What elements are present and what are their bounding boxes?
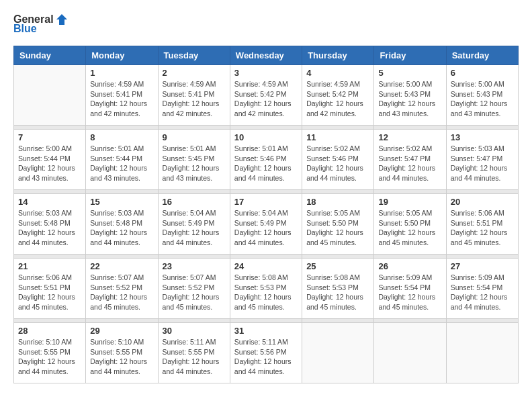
day-info: Sunrise: 5:09 AM Sunset: 5:54 PM Dayligh…	[451, 273, 514, 312]
day-info: Sunrise: 5:05 AM Sunset: 5:50 PM Dayligh…	[378, 208, 441, 248]
day-number: 16	[163, 197, 226, 207]
day-info: Sunrise: 5:06 AM Sunset: 5:51 PM Dayligh…	[18, 273, 81, 312]
calendar-cell: 3Sunrise: 4:59 AM Sunset: 5:42 PM Daylig…	[230, 65, 302, 126]
day-number: 4	[306, 68, 369, 78]
day-info: Sunrise: 5:03 AM Sunset: 5:47 PM Dayligh…	[451, 144, 514, 183]
calendar-week-row: 7Sunrise: 5:00 AM Sunset: 5:44 PM Daylig…	[14, 130, 519, 190]
calendar-cell: 25Sunrise: 5:08 AM Sunset: 5:53 PM Dayli…	[302, 259, 374, 319]
col-header-monday: Monday	[86, 46, 158, 65]
calendar-cell: 1Sunrise: 4:59 AM Sunset: 5:41 PM Daylig…	[86, 65, 158, 126]
day-number: 31	[234, 326, 298, 336]
day-info: Sunrise: 5:11 AM Sunset: 5:56 PM Dayligh…	[234, 337, 298, 377]
col-header-wednesday: Wednesday	[230, 46, 302, 65]
calendar-cell: 29Sunrise: 5:10 AM Sunset: 5:55 PM Dayli…	[86, 323, 158, 383]
calendar-cell: 12Sunrise: 5:02 AM Sunset: 5:47 PM Dayli…	[374, 130, 446, 190]
day-info: Sunrise: 4:59 AM Sunset: 5:41 PM Dayligh…	[163, 79, 226, 119]
day-number: 10	[234, 132, 298, 142]
day-info: Sunrise: 4:59 AM Sunset: 5:42 PM Dayligh…	[306, 79, 369, 119]
calendar-cell: 22Sunrise: 5:07 AM Sunset: 5:52 PM Dayli…	[86, 259, 158, 319]
logo-bird-icon	[55, 13, 69, 26]
calendar-week-row: 1Sunrise: 4:59 AM Sunset: 5:41 PM Daylig…	[14, 65, 519, 126]
col-header-sunday: Sunday	[14, 46, 86, 65]
calendar-cell	[374, 323, 446, 383]
calendar-week-row: 28Sunrise: 5:10 AM Sunset: 5:55 PM Dayli…	[14, 323, 519, 383]
day-number: 22	[90, 261, 153, 271]
day-number: 29	[90, 326, 153, 336]
calendar-cell: 4Sunrise: 4:59 AM Sunset: 5:42 PM Daylig…	[302, 65, 374, 126]
calendar-cell: 18Sunrise: 5:05 AM Sunset: 5:50 PM Dayli…	[302, 194, 374, 255]
day-info: Sunrise: 5:06 AM Sunset: 5:51 PM Dayligh…	[451, 208, 514, 248]
day-info: Sunrise: 5:07 AM Sunset: 5:52 PM Dayligh…	[163, 273, 226, 312]
page-header: General Blue	[13, 13, 519, 35]
calendar-header-row: SundayMondayTuesdayWednesdayThursdayFrid…	[14, 46, 519, 65]
day-number: 20	[451, 197, 514, 207]
day-info: Sunrise: 5:08 AM Sunset: 5:53 PM Dayligh…	[234, 273, 298, 312]
calendar-week-row: 14Sunrise: 5:03 AM Sunset: 5:48 PM Dayli…	[14, 194, 519, 255]
day-info: Sunrise: 5:04 AM Sunset: 5:49 PM Dayligh…	[163, 208, 226, 248]
day-number: 6	[451, 68, 514, 78]
day-number: 11	[306, 132, 369, 142]
day-number: 23	[163, 261, 226, 271]
col-header-thursday: Thursday	[302, 46, 374, 65]
calendar-cell	[446, 323, 518, 383]
calendar-cell: 13Sunrise: 5:03 AM Sunset: 5:47 PM Dayli…	[446, 130, 518, 190]
day-info: Sunrise: 5:04 AM Sunset: 5:49 PM Dayligh…	[234, 208, 298, 248]
svg-marker-0	[56, 14, 67, 25]
day-info: Sunrise: 5:08 AM Sunset: 5:53 PM Dayligh…	[306, 273, 369, 312]
day-number: 27	[451, 261, 514, 271]
day-number: 21	[18, 261, 81, 271]
calendar-cell: 10Sunrise: 5:01 AM Sunset: 5:46 PM Dayli…	[230, 130, 302, 190]
calendar-table: SundayMondayTuesdayWednesdayThursdayFrid…	[13, 46, 519, 383]
calendar-cell: 16Sunrise: 5:04 AM Sunset: 5:49 PM Dayli…	[158, 194, 230, 255]
calendar-cell	[302, 323, 374, 383]
day-info: Sunrise: 5:03 AM Sunset: 5:48 PM Dayligh…	[90, 208, 153, 248]
calendar-week-row: 21Sunrise: 5:06 AM Sunset: 5:51 PM Dayli…	[14, 259, 519, 319]
col-header-friday: Friday	[374, 46, 446, 65]
col-header-tuesday: Tuesday	[158, 46, 230, 65]
day-info: Sunrise: 5:01 AM Sunset: 5:45 PM Dayligh…	[163, 144, 226, 183]
day-number: 7	[18, 132, 81, 142]
calendar-cell: 5Sunrise: 5:00 AM Sunset: 5:43 PM Daylig…	[374, 65, 446, 126]
calendar-cell: 11Sunrise: 5:02 AM Sunset: 5:46 PM Dayli…	[302, 130, 374, 190]
day-number: 26	[378, 261, 441, 271]
day-info: Sunrise: 5:03 AM Sunset: 5:48 PM Dayligh…	[18, 208, 81, 248]
day-info: Sunrise: 4:59 AM Sunset: 5:42 PM Dayligh…	[234, 79, 298, 119]
day-info: Sunrise: 5:09 AM Sunset: 5:54 PM Dayligh…	[378, 273, 441, 312]
day-info: Sunrise: 5:11 AM Sunset: 5:55 PM Dayligh…	[163, 337, 226, 377]
calendar-cell: 28Sunrise: 5:10 AM Sunset: 5:55 PM Dayli…	[14, 323, 86, 383]
day-number: 15	[90, 197, 153, 207]
calendar-cell: 8Sunrise: 5:01 AM Sunset: 5:44 PM Daylig…	[86, 130, 158, 190]
day-number: 8	[90, 132, 153, 142]
calendar-cell: 21Sunrise: 5:06 AM Sunset: 5:51 PM Dayli…	[14, 259, 86, 319]
day-info: Sunrise: 5:01 AM Sunset: 5:44 PM Dayligh…	[90, 144, 153, 183]
calendar-cell: 9Sunrise: 5:01 AM Sunset: 5:45 PM Daylig…	[158, 130, 230, 190]
day-info: Sunrise: 5:01 AM Sunset: 5:46 PM Dayligh…	[234, 144, 298, 183]
day-number: 2	[163, 68, 226, 78]
calendar-cell: 26Sunrise: 5:09 AM Sunset: 5:54 PM Dayli…	[374, 259, 446, 319]
day-info: Sunrise: 5:10 AM Sunset: 5:55 PM Dayligh…	[18, 337, 81, 377]
day-number: 1	[90, 68, 153, 78]
day-number: 14	[18, 197, 81, 207]
day-info: Sunrise: 5:05 AM Sunset: 5:50 PM Dayligh…	[306, 208, 369, 248]
day-number: 13	[451, 132, 514, 142]
calendar-cell: 15Sunrise: 5:03 AM Sunset: 5:48 PM Dayli…	[86, 194, 158, 255]
calendar-cell: 14Sunrise: 5:03 AM Sunset: 5:48 PM Dayli…	[14, 194, 86, 255]
calendar-cell: 27Sunrise: 5:09 AM Sunset: 5:54 PM Dayli…	[446, 259, 518, 319]
day-info: Sunrise: 5:02 AM Sunset: 5:47 PM Dayligh…	[378, 144, 441, 183]
day-number: 28	[18, 326, 81, 336]
day-number: 9	[163, 132, 226, 142]
calendar-cell: 20Sunrise: 5:06 AM Sunset: 5:51 PM Dayli…	[446, 194, 518, 255]
calendar-cell: 23Sunrise: 5:07 AM Sunset: 5:52 PM Dayli…	[158, 259, 230, 319]
calendar-cell: 31Sunrise: 5:11 AM Sunset: 5:56 PM Dayli…	[230, 323, 302, 383]
day-info: Sunrise: 5:00 AM Sunset: 5:43 PM Dayligh…	[451, 79, 514, 119]
day-number: 25	[306, 261, 369, 271]
day-number: 24	[234, 261, 298, 271]
calendar-cell: 19Sunrise: 5:05 AM Sunset: 5:50 PM Dayli…	[374, 194, 446, 255]
day-number: 5	[378, 68, 441, 78]
col-header-saturday: Saturday	[446, 46, 518, 65]
day-info: Sunrise: 4:59 AM Sunset: 5:41 PM Dayligh…	[90, 79, 153, 119]
calendar-cell: 17Sunrise: 5:04 AM Sunset: 5:49 PM Dayli…	[230, 194, 302, 255]
day-number: 17	[234, 197, 298, 207]
day-info: Sunrise: 5:07 AM Sunset: 5:52 PM Dayligh…	[90, 273, 153, 312]
calendar-cell: 2Sunrise: 4:59 AM Sunset: 5:41 PM Daylig…	[158, 65, 230, 126]
